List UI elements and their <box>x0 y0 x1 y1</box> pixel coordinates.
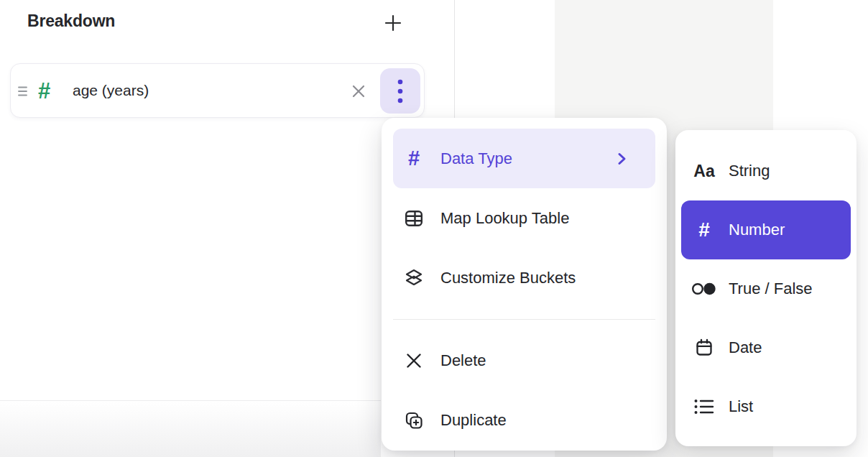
menu-item-delete[interactable]: Delete <box>393 331 655 390</box>
menu-item-label: Delete <box>440 351 486 370</box>
close-icon <box>349 82 368 101</box>
table-icon <box>402 208 426 228</box>
field-context-menu: # Data Type Map Lookup Table Customize B… <box>382 118 667 451</box>
plus-icon <box>383 13 403 33</box>
duplicate-icon <box>402 410 426 430</box>
submenu-item-label: True / False <box>729 280 813 298</box>
submenu-item-date[interactable]: Date <box>681 318 851 377</box>
field-name: age (years) <box>73 82 149 99</box>
menu-item-label: Data Type <box>440 149 512 168</box>
submenu-item-true-false[interactable]: True / False <box>681 259 851 318</box>
menu-item-customize-buckets[interactable]: Customize Buckets <box>393 248 655 308</box>
menu-item-data-type[interactable]: # Data Type <box>393 129 655 188</box>
menu-item-label: Duplicate <box>440 411 507 430</box>
submenu-item-label: Date <box>729 338 762 357</box>
page-title: Breakdown <box>27 11 115 31</box>
toggle-circles-icon <box>691 281 717 297</box>
layers-icon <box>402 268 426 288</box>
add-breakdown-button[interactable] <box>379 8 407 38</box>
calendar-icon <box>691 338 717 358</box>
x-icon <box>402 351 426 370</box>
breakdown-field-chip[interactable]: # age (years) <box>10 63 425 118</box>
field-options-button[interactable] <box>380 68 420 114</box>
kebab-menu-icon <box>397 79 403 103</box>
list-icon <box>691 397 717 416</box>
remove-field-button[interactable] <box>348 81 369 101</box>
submenu-item-list[interactable]: List <box>681 377 851 436</box>
submenu-item-number[interactable]: # Number <box>681 200 851 259</box>
submenu-item-label: String <box>729 162 770 180</box>
menu-item-map-lookup-table[interactable]: Map Lookup Table <box>393 188 655 248</box>
footer-shadow <box>0 401 381 457</box>
string-aa-icon: Aa <box>691 163 717 180</box>
menu-divider <box>393 319 655 320</box>
submenu-item-string[interactable]: Aa String <box>681 142 851 200</box>
chevron-right-icon <box>614 151 629 167</box>
submenu-item-label: Number <box>729 221 785 239</box>
drag-handle-icon[interactable] <box>15 83 31 100</box>
hash-icon: # <box>691 220 717 240</box>
submenu-item-label: List <box>729 397 753 416</box>
menu-item-duplicate[interactable]: Duplicate <box>393 390 655 450</box>
number-type-hash-icon: # <box>38 80 50 102</box>
menu-item-label: Map Lookup Table <box>440 209 569 228</box>
data-type-submenu: Aa String # Number True / False Date <box>675 130 857 446</box>
menu-item-label: Customize Buckets <box>440 269 576 287</box>
hash-icon: # <box>402 148 426 169</box>
